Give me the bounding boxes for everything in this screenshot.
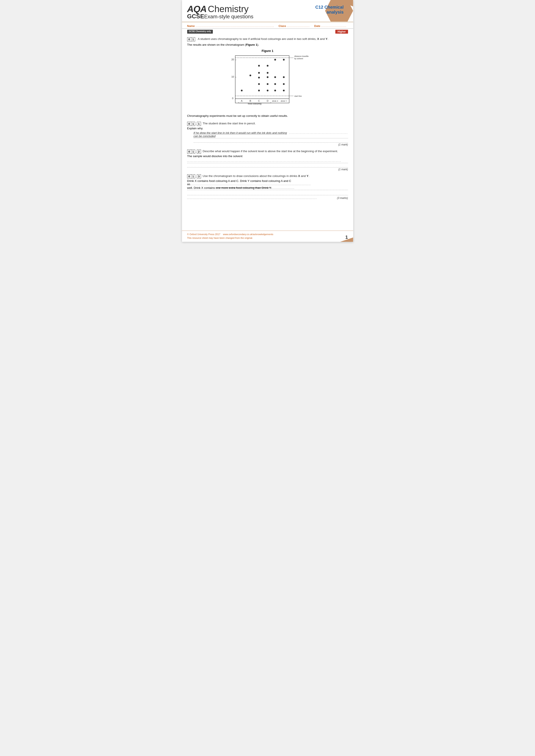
svg-point-28 [258,72,260,74]
question-01-row: 0 1 A student uses chromatography to see… [187,37,348,41]
footer: © Oxford University Press 2017 www.oxfor… [182,230,353,242]
sub-q-011-text: The student draws the start line in penc… [203,121,256,126]
svg-text:A: A [241,99,242,102]
svg-text:B: B [249,99,251,102]
q-num-012a: 0 1 [187,149,195,154]
sub-q-012-text: Describe what would happen if the solven… [203,149,338,153]
q-num-0: 0 [187,38,191,41]
explain-label: Explain why. [187,127,348,130]
chemistry-label: Chemistry [208,4,249,14]
sub-012-answer: The sample would dissolve into the solve… [187,154,348,158]
sub-question-012: 0 1 . 2 Describe what would happen if th… [187,149,348,171]
sub-011-mark: (1 mark) [194,143,348,146]
svg-point-38 [274,76,276,78]
svg-point-41 [283,59,285,61]
svg-text:0: 0 [232,97,233,99]
class-field: Class ................... [279,24,310,28]
class-label: Class [279,24,286,28]
name-dots: ........................................… [196,24,274,28]
q-num-1: 1 [191,38,195,41]
svg-point-37 [274,59,276,61]
logo-area: AQA Chemistry GCSE Exam-style questions [187,4,253,20]
question-01-text: A student uses chromatography to see if … [198,37,328,41]
sub-013-dots-final: ........................................… [187,197,337,200]
q-dot-013: . [195,175,197,178]
sub-q-012-row: 0 1 . 2 Describe what would happen if th… [187,149,348,154]
svg-point-31 [258,90,260,92]
higher-badge: Higher [335,30,348,34]
svg-point-25 [241,90,242,92]
q-num-011a: 0 1 [187,122,195,126]
sub-013-mark: (3 marks) [337,197,348,200]
svg-point-36 [267,90,268,92]
footer-left: © Oxford University Press 2017 www.oxfor… [187,232,273,240]
sub-013-strikethrough: one more extra food colouring than Drink… [216,186,271,189]
fields-row: Name ...................................… [182,22,353,29]
sub-013-blank-line [187,191,348,195]
svg-point-26 [249,74,251,76]
figure-title: Figure 1 [187,49,348,53]
gcse-only-badge: GCSE Chemistry only [187,30,213,34]
svg-point-34 [267,76,268,78]
q-dot-012: . [195,150,197,153]
svg-point-30 [258,83,260,85]
sub-013-dots1: ........................................… [190,183,311,186]
q-num-013b: 3 [197,174,201,178]
svg-text:start line: start line [294,95,302,97]
name-label: Name [187,24,195,28]
sub-q-013-text: Use the chromatogram to draw conclusions… [203,174,309,178]
sub-question-013: 0 1 . 3 Use the chromatogram to draw con… [187,174,348,217]
q-dot-011: . [195,122,197,125]
date-field: Date ..................... [314,24,347,28]
header: AQA Chemistry GCSE Exam-style questions … [182,0,353,22]
svg-text:D: D [267,99,268,102]
website-text: www.oxfordsecondary.co.uk/acknowledgemen… [223,233,273,235]
main-content: 0 1 A student uses chromatography to see… [182,35,353,222]
sub-011-dots: ........................................… [289,131,348,134]
svg-point-40 [274,90,276,92]
svg-text:C: C [258,99,260,102]
sub-012-dots: ........................................… [187,159,342,162]
q-num-013a: 0 1 [187,174,195,178]
sub-013-answer1: Drink X contains food colouring A and C.… [187,179,348,186]
sub-011-answer-area: If he drew the start line in ink then it… [194,131,348,146]
exam-style-label: Exam-style questions [204,14,253,20]
setup-text: Chromatography experiments must be set u… [187,114,348,118]
name-field: Name ...................................… [187,24,274,28]
svg-text:drink X: drink X [272,100,278,102]
page-number: 1 [345,234,348,240]
sub-q-013-row: 0 1 . 3 Use the chromatogram to draw con… [187,174,348,178]
sub-011-answer-line2 [194,139,348,143]
svg-point-27 [258,65,260,67]
svg-point-33 [267,72,268,74]
svg-point-32 [267,65,268,67]
q-num-011b: 1 [197,122,201,126]
q-num-01: 0 1 [187,37,195,41]
date-dots: ..................... [321,24,347,28]
sub-013-answer-space [187,200,348,217]
sub-013-dots2: .................... [271,186,295,189]
gcse-label: GCSE [187,14,204,19]
sub-question-011: 0 1 . 1 The student draws the start line… [187,121,348,146]
sub-012-answer-line2 [187,164,348,168]
svg-text:20: 20 [231,58,234,61]
sub-q-011-row: 0 1 . 1 The student draws the start line… [187,121,348,126]
badges-row: GCSE Chemistry only Higher [182,29,353,35]
sub-012-mark: (1 mark) [187,168,348,171]
svg-point-43 [283,83,285,85]
q-num-012b: 2 [197,149,201,154]
svg-point-44 [283,90,285,92]
aqa-logo: AQA [187,5,207,14]
svg-text:drink Y: drink Y [281,100,287,102]
c12-title: C12 Chemical [315,5,344,10]
class-dots: ................... [287,24,310,28]
results-intro: The results are shown on the chromatogra… [187,43,348,47]
date-label: Date [314,24,320,28]
svg-point-42 [283,76,285,78]
sub-011-answer-text: If he drew the start line in ink then it… [194,131,289,138]
figure-1-chart: 20 10 0 A [187,54,348,112]
svg-text:distance travelled: distance travelled [294,55,309,57]
svg-text:by solvent: by solvent [294,58,303,60]
svg-point-35 [267,83,268,85]
svg-text:10: 10 [231,75,234,78]
